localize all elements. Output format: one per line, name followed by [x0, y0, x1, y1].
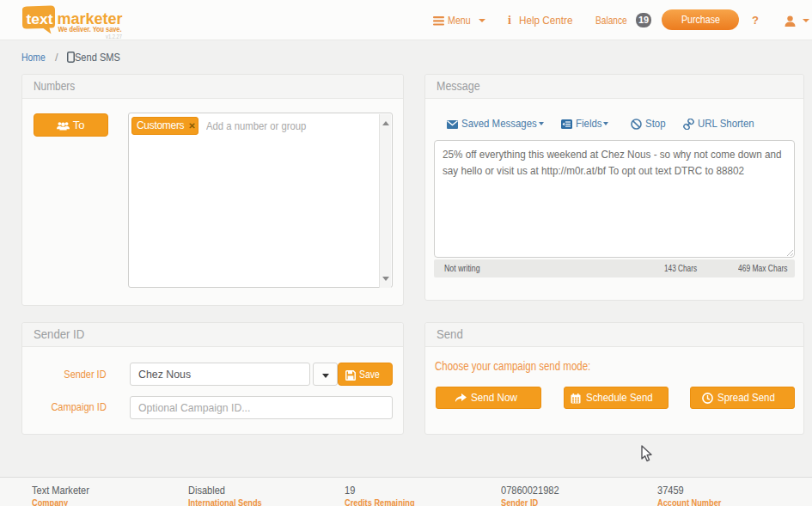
svg-text:v1.2.27: v1.2.27	[106, 33, 122, 40]
svg-text:text: text	[27, 11, 54, 27]
svg-text:We deliver. You save.: We deliver. You save.	[58, 25, 122, 34]
